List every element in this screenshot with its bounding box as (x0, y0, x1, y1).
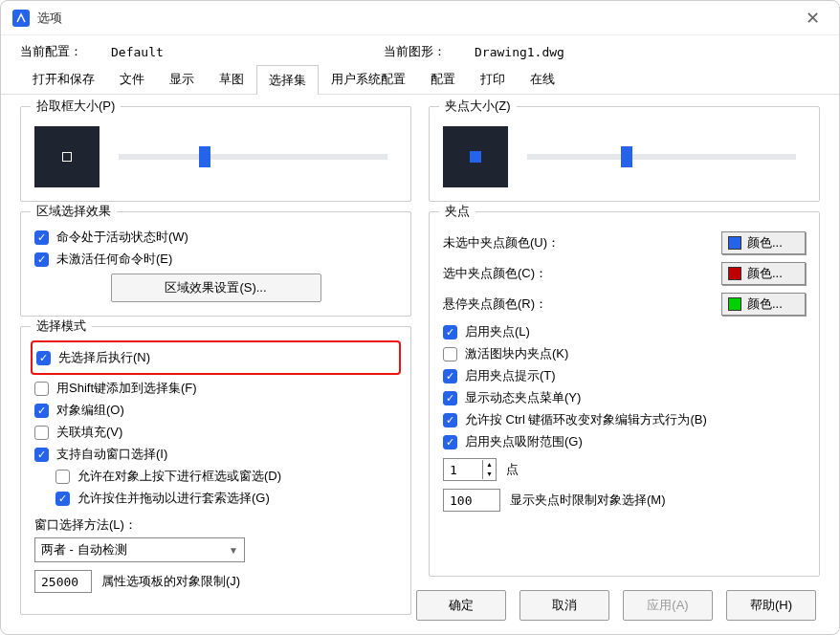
grip-display-input[interactable]: 100 (443, 489, 500, 512)
apply-button[interactable]: 应用(A) (623, 590, 713, 621)
chevron-down-icon: ▼ (229, 545, 238, 556)
tab-sketch[interactable]: 草图 (207, 64, 256, 94)
window-method-select[interactable]: 两者 - 自动检测 ▼ (34, 537, 245, 562)
mode-title: 选择模式 (31, 318, 92, 335)
grip-title: 夹点 (439, 203, 475, 220)
footer: 确定 取消 应用(A) 帮助(H) (416, 590, 816, 621)
hover-color-button[interactable]: 颜色... (721, 293, 806, 316)
region-settings-button[interactable]: 区域效果设置(S)... (111, 274, 321, 302)
grip-group: 夹点 未选中夹点颜色(U)： 颜色... 选中夹点颜色(C)： 颜色... 悬停… (429, 211, 820, 577)
current-drawing-label: 当前图形： (384, 43, 446, 60)
pickbox-title: 拾取框大小(P) (31, 98, 121, 115)
mode-group: 选择模式 先选择后执行(N) 用Shift键添加到选择集(F) 对象编组(O) … (20, 326, 411, 615)
selected-color-label: 选中夹点颜色(C)： (443, 265, 721, 282)
cb-auto-window[interactable]: 支持自动窗口选择(I) (34, 446, 397, 463)
current-config-label: 当前配置： (20, 43, 82, 60)
app-icon (12, 10, 30, 27)
grip-points-spinner[interactable]: 1 ▲▼ (443, 458, 497, 481)
tab-display[interactable]: 显示 (157, 64, 207, 94)
tab-file[interactable]: 文件 (107, 64, 157, 94)
cb-active-cmd[interactable]: 命令处于活动状态时(W) (34, 229, 397, 246)
titlebar: 选项 ✕ (1, 1, 839, 35)
tab-online[interactable]: 在线 (518, 64, 567, 94)
pickbox-slider[interactable] (119, 154, 387, 160)
cb-inactive-cmd[interactable]: 未激活任何命令时(E) (34, 251, 397, 268)
cb-exec-after[interactable]: 先选择后执行(N) (36, 349, 395, 366)
cancel-button[interactable]: 取消 (519, 590, 609, 621)
close-icon[interactable]: ✕ (798, 4, 828, 33)
cb-grip-tips[interactable]: 启用夹点提示(T) (443, 367, 806, 384)
help-button[interactable]: 帮助(H) (726, 590, 816, 621)
tab-print[interactable]: 打印 (468, 64, 518, 94)
gripsize-title: 夹点大小(Z) (439, 98, 517, 115)
unselected-color-label: 未选中夹点颜色(U)： (443, 234, 721, 252)
selected-color-button[interactable]: 颜色... (721, 262, 806, 285)
cb-grip-snap[interactable]: 启用夹点吸附范围(G) (443, 433, 806, 450)
tab-open-save[interactable]: 打开和保存 (20, 64, 107, 94)
obj-limit-label: 属性选项板的对象限制(J) (101, 573, 240, 590)
grip-points-label: 点 (506, 461, 519, 478)
tab-bar: 打开和保存 文件 显示 草图 选择集 用户系统配置 配置 打印 在线 (1, 64, 839, 95)
cb-lasso[interactable]: 允许按住并拖动以进行套索选择(G) (55, 490, 397, 507)
unselected-color-button[interactable]: 颜色... (721, 231, 806, 254)
tab-config[interactable]: 配置 (418, 64, 468, 94)
pickbox-group: 拾取框大小(P) (20, 106, 411, 202)
spin-down-icon: ▼ (482, 470, 496, 479)
gripsize-group: 夹点大小(Z) (429, 106, 820, 202)
gripsize-preview (443, 126, 508, 187)
grip-display-label: 显示夹点时限制对象选择(M) (510, 492, 666, 509)
cb-group-obj[interactable]: 对象编组(O) (34, 402, 397, 419)
tab-selection[interactable]: 选择集 (256, 65, 319, 95)
window-title: 选项 (37, 10, 798, 27)
pickbox-preview (34, 126, 99, 187)
spin-up-icon: ▲ (482, 460, 496, 470)
tab-user[interactable]: 用户系统配置 (319, 64, 418, 94)
region-title: 区域选择效果 (31, 203, 117, 220)
hover-color-label: 悬停夹点颜色(R)： (443, 296, 721, 313)
ok-button[interactable]: 确定 (416, 590, 506, 621)
cb-block-grip[interactable]: 激活图块内夹点(K) (443, 345, 806, 362)
gripsize-slider[interactable] (527, 154, 796, 160)
cb-press-select[interactable]: 允许在对象上按下进行框选或窗选(D) (55, 468, 397, 485)
cb-shift-add[interactable]: 用Shift键添加到选择集(F) (34, 380, 397, 397)
window-method-label: 窗口选择方法(L)： (34, 516, 397, 534)
cb-enable-grip[interactable]: 启用夹点(L) (443, 323, 806, 340)
obj-limit-input[interactable]: 25000 (34, 570, 92, 593)
region-group: 区域选择效果 命令处于活动状态时(W) 未激活任何命令时(E) 区域效果设置(S… (20, 211, 411, 317)
cb-ctrl-cycle[interactable]: 允许按 Ctrl 键循环改变对象编辑方式行为(B) (443, 411, 806, 428)
cb-assoc-fill[interactable]: 关联填充(V) (34, 424, 397, 441)
cb-grip-menu[interactable]: 显示动态夹点菜单(Y) (443, 389, 806, 406)
current-drawing-value: Drawing1.dwg (475, 45, 564, 59)
current-config-value: Default (111, 45, 164, 59)
